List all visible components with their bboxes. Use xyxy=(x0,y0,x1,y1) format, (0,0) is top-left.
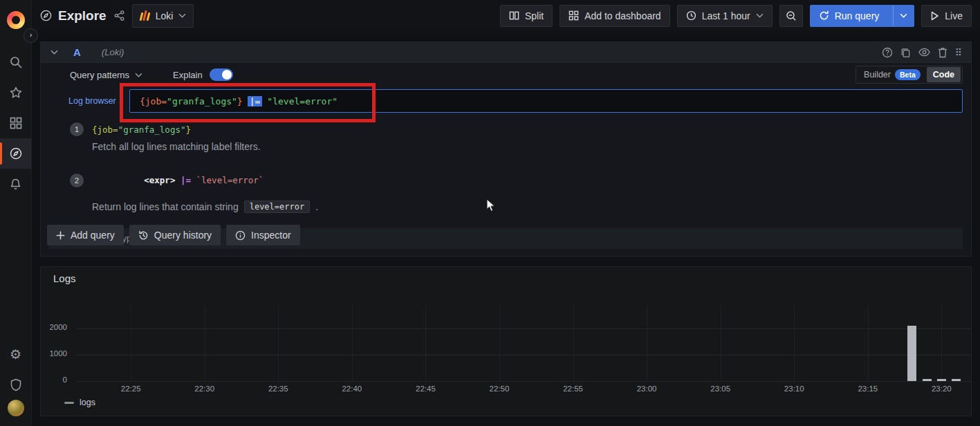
query-ref-id: A xyxy=(73,46,81,58)
grid-hline xyxy=(77,328,971,329)
log-browser-button[interactable]: Log browser › xyxy=(49,96,129,106)
editor-mode-switch: Builder Beta Code xyxy=(856,66,963,84)
disable-query-eye-icon[interactable] xyxy=(918,48,930,57)
grid-hline xyxy=(77,381,971,382)
explain-code-token: "granfa_logs" xyxy=(118,124,186,135)
grid-vline xyxy=(205,305,205,381)
x-tick-label: 22:30 xyxy=(194,385,214,393)
explain-code-token: {job= xyxy=(92,124,118,135)
legend-swatch xyxy=(64,402,74,404)
grid-vline xyxy=(499,305,500,381)
explain-code-token: `level=error` xyxy=(196,175,264,185)
split-button[interactable]: Split xyxy=(500,5,553,27)
query-token: {job= xyxy=(140,96,167,106)
x-tick-label: 23:00 xyxy=(637,385,657,393)
explain-code-token: |= xyxy=(175,175,196,185)
settings-gear-icon[interactable]: ⚙ xyxy=(0,339,31,369)
y-tick-label: 0 xyxy=(63,376,67,384)
live-button[interactable]: Live xyxy=(921,5,972,27)
info-circle-icon xyxy=(235,230,246,241)
beta-badge: Beta xyxy=(895,69,921,80)
add-query-button[interactable]: Add query xyxy=(47,225,124,246)
share-icon[interactable] xyxy=(113,10,125,21)
refresh-icon xyxy=(819,10,829,21)
page-title: Explore xyxy=(58,8,107,24)
query-token: "level=error" xyxy=(267,96,338,106)
explain-toggle[interactable] xyxy=(210,68,233,81)
grid-vline xyxy=(573,305,574,381)
x-tick-label: 22:40 xyxy=(342,385,362,393)
builder-mode-tab[interactable]: Builder Beta xyxy=(858,67,927,82)
clock-icon xyxy=(686,10,696,21)
logs-graph-panel: Logs 010002000 22:2522:3022:3522:4022:45… xyxy=(40,266,972,416)
logql-query-input[interactable]: {job="granfa_logs"}|="level=error" xyxy=(129,89,963,113)
y-tick-label: 2000 xyxy=(49,323,67,331)
sidebar: ⚙ xyxy=(0,0,32,426)
inspector-button[interactable]: Inspector xyxy=(226,225,300,246)
time-range-picker[interactable]: Last 1 hour xyxy=(677,5,773,27)
grid-vline xyxy=(941,305,942,381)
collapse-chevron-icon[interactable] xyxy=(50,50,58,55)
logs-volume-chart[interactable] xyxy=(77,305,971,381)
chevron-down-icon xyxy=(135,73,142,77)
log-volume-bar[interactable] xyxy=(952,379,961,381)
star-icon[interactable] xyxy=(0,77,31,108)
plus-icon xyxy=(56,231,65,240)
loki-logo-icon xyxy=(140,10,150,21)
x-tick-label: 22:55 xyxy=(563,385,583,393)
sidebar-expand-button[interactable]: › xyxy=(24,28,38,43)
drag-handle-icon[interactable]: ⠿ xyxy=(955,47,961,58)
zoom-out-time-button[interactable] xyxy=(779,5,803,27)
topbar: Explore Loki Split Add to dashboard Last… xyxy=(31,0,980,31)
legend-series-label: logs xyxy=(80,398,95,407)
grafana-explore-page: { "sidebar": { "icons": ["grafana-logo",… xyxy=(0,0,980,426)
string-chip: level=error xyxy=(244,201,310,213)
query-history-button[interactable]: Query history xyxy=(129,225,221,246)
grid-vline xyxy=(721,305,721,381)
dashboards-icon[interactable] xyxy=(0,108,31,138)
query-token: } xyxy=(237,96,243,106)
x-tick-label: 23:15 xyxy=(858,385,878,393)
grid-vline xyxy=(278,305,279,381)
query-row-header[interactable]: A (Loki) ⠿ xyxy=(40,41,972,63)
user-avatar[interactable] xyxy=(8,400,24,416)
code-mode-tab[interactable]: Code xyxy=(927,67,961,82)
explain-code-token: } xyxy=(185,124,191,135)
run-query-button[interactable]: Run query xyxy=(810,5,915,27)
log-volume-bar[interactable] xyxy=(937,379,946,381)
log-volume-bar[interactable] xyxy=(923,379,932,381)
add-to-dashboard-button[interactable]: Add to dashboard xyxy=(560,5,670,27)
x-tick-label: 23:05 xyxy=(710,385,730,393)
remove-query-trash-icon[interactable] xyxy=(938,47,947,58)
log-volume-bar[interactable] xyxy=(907,326,916,381)
help-icon[interactable] xyxy=(882,47,893,58)
play-icon xyxy=(930,11,939,21)
query-patterns-dropdown[interactable]: Query patterns xyxy=(70,70,142,80)
query-token: "granfa_logs" xyxy=(167,96,237,106)
step-number-badge: 2 xyxy=(70,174,84,187)
explore-compass-icon xyxy=(39,9,53,22)
x-axis-labels: 22:2522:3022:3522:4022:4522:5022:5523:00… xyxy=(77,385,971,396)
explain-step-1: 1 {job="granfa_logs"} Fetch all log line… xyxy=(41,117,971,159)
duplicate-query-icon[interactable] xyxy=(900,47,911,58)
chevron-right-icon: › xyxy=(120,96,122,106)
explore-icon[interactable] xyxy=(0,138,31,169)
query-token-selected: |= xyxy=(248,96,263,106)
chevron-down-icon xyxy=(178,13,186,18)
run-query-dropdown[interactable] xyxy=(893,6,914,26)
grid-vline xyxy=(794,305,795,381)
datasource-picker[interactable]: Loki xyxy=(132,4,194,28)
grafana-logo-icon[interactable] xyxy=(7,11,25,29)
explain-code-token: <expr> xyxy=(144,175,175,185)
grid-vline xyxy=(425,305,426,381)
split-icon xyxy=(509,10,519,21)
datasource-label: Loki xyxy=(156,10,174,21)
alerting-bell-icon[interactable] xyxy=(0,169,31,199)
admin-shield-icon[interactable] xyxy=(0,369,31,400)
explain-step-2: 2 <expr> |= `level=error` Return log lin… xyxy=(41,159,971,220)
chart-legend[interactable]: logs xyxy=(64,398,95,407)
search-icon[interactable] xyxy=(0,47,31,77)
dashboard-grid-icon xyxy=(568,10,579,21)
explain-step-description: Return log lines that contain string lev… xyxy=(92,201,971,213)
y-tick-label: 1000 xyxy=(49,349,67,358)
